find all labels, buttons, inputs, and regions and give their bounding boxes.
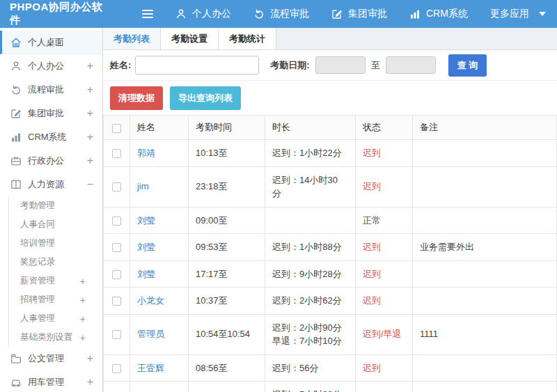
name-filter-input[interactable] — [135, 56, 259, 75]
sidebar-item-hr[interactable]: 人力资源− — [0, 173, 102, 196]
name-cell: 郭靖 — [130, 140, 189, 167]
expand-icon[interactable]: + — [87, 132, 93, 143]
name-filter-label: 姓名: — [110, 59, 131, 72]
sidebar-subitem-contract[interactable]: 人事合同 — [9, 215, 102, 234]
menu-toggle-icon[interactable] — [142, 10, 153, 18]
attendance-time-cell: 23:18至 — [189, 166, 265, 207]
date-to-label: 至 — [371, 59, 380, 72]
table-row: jim23:18至迟到：14小时30 分迟到 — [104, 166, 557, 207]
expand-icon[interactable]: + — [80, 313, 86, 324]
row-checkbox[interactable] — [112, 149, 121, 158]
caret-down-icon — [539, 12, 546, 16]
chart-icon — [10, 132, 22, 143]
row-checkbox[interactable] — [112, 364, 121, 373]
edit-icon — [331, 8, 343, 19]
search-button[interactable]: 查 询 — [448, 54, 487, 77]
expand-icon[interactable]: + — [80, 276, 86, 287]
tab-attendance-setup[interactable]: 考勤设置 — [161, 28, 219, 49]
topnav-item-more-apps[interactable]: 更多应用 — [490, 8, 546, 20]
sidebar-item-doc-management[interactable]: 公文管理+ — [0, 347, 102, 370]
note-cell — [413, 140, 557, 167]
table-row: 管理员10:54至10:54迟到：2小时90分 早退：7小时10分迟到/早退11… — [104, 314, 557, 354]
app-window: PHPOA协同办公软件 个人办公流程审批集团审批CRM系统更多应用 个人桌面个人… — [0, 0, 557, 392]
duration-cell: 迟到：1小时22分 — [265, 140, 356, 167]
top-bar: PHPOA协同办公软件 个人办公流程审批集团审批CRM系统更多应用 — [0, 0, 557, 28]
attendance-time-cell: 17:17至 — [189, 260, 265, 288]
checkbox-cell — [104, 314, 130, 354]
row-checkbox[interactable] — [112, 297, 121, 306]
expand-icon[interactable]: + — [87, 61, 93, 72]
status-cell: 迟到 — [356, 288, 413, 315]
row-checkbox[interactable] — [112, 217, 121, 226]
topnav-item-group-approval[interactable]: 集团审批 — [331, 8, 387, 20]
date-from-input[interactable] — [315, 56, 366, 74]
clean-data-button[interactable]: 清理数据 — [110, 86, 163, 110]
topnav-label: 集团审批 — [348, 8, 387, 20]
expand-icon[interactable]: + — [87, 84, 93, 95]
expand-icon[interactable]: + — [87, 155, 93, 166]
sidebar-item-crm-system[interactable]: CRM系统+ — [0, 125, 102, 149]
row-checkbox[interactable] — [112, 182, 121, 191]
topnav-item-workflow-approval[interactable]: 流程审批 — [253, 8, 309, 20]
employee-name-link[interactable]: 管理员 — [137, 329, 164, 339]
employee-name-link[interactable]: 小龙女 — [137, 295, 164, 306]
expand-icon[interactable]: + — [80, 332, 86, 343]
row-checkbox[interactable] — [112, 243, 121, 252]
table-row: 小龙女10:37至迟到：2小时62分迟到 — [104, 288, 557, 315]
name-cell: 刘莹 — [130, 260, 189, 288]
note-cell: 业务需要外出 — [413, 234, 557, 261]
expand-icon[interactable]: + — [87, 108, 93, 119]
row-checkbox[interactable] — [112, 330, 121, 339]
flow-icon — [10, 84, 22, 95]
row-checkbox[interactable] — [112, 270, 121, 279]
topnav-item-personal-office[interactable]: 个人办公 — [175, 8, 231, 20]
topnav-label: 更多应用 — [490, 8, 529, 20]
sidebar-item-label: 行政办公 — [28, 155, 64, 167]
employee-name-link[interactable]: jim — [137, 181, 149, 191]
sidebar-item-vehicle-management[interactable]: 用车管理+ — [0, 370, 102, 392]
duration-cell: 迟到：2小时62分 — [265, 288, 356, 315]
status-cell: 迟到/早退 — [356, 382, 413, 392]
expand-icon[interactable]: + — [87, 377, 93, 388]
expand-icon[interactable]: + — [80, 295, 86, 306]
sidebar-item-admin-office[interactable]: 行政办公+ — [0, 149, 102, 173]
sidebar-item-label: 人力资源 — [28, 178, 64, 191]
table-row: 刘莹17:17至迟到：9小时28分迟到 — [104, 260, 557, 288]
toolbar: 清理数据 导出查询列表 — [103, 81, 557, 115]
employee-name-link[interactable]: 刘莹 — [137, 242, 155, 252]
sidebar-subitem-label: 考勤管理 — [20, 200, 55, 212]
chart-icon — [409, 8, 421, 19]
table-row: 刘莹09:00至正常 — [104, 207, 557, 234]
status-cell: 正常 — [356, 207, 413, 234]
sidebar-item-workflow-approval[interactable]: 流程审批+ — [0, 78, 102, 102]
sidebar-item-group-approval[interactable]: 集团审批+ — [0, 102, 102, 125]
employee-name-link[interactable]: 郭靖 — [137, 148, 155, 158]
sidebar-subitem-attendance[interactable]: 考勤管理 — [9, 196, 102, 215]
sidebar-item-label: 公文管理 — [28, 352, 64, 365]
employee-name-link[interactable]: 王壹辉 — [137, 363, 164, 373]
note-cell — [413, 288, 557, 315]
user-icon — [10, 61, 22, 72]
name-cell: 黄蓉 — [130, 382, 189, 392]
sidebar-subitem-base-category[interactable]: 基础类别设置+ — [9, 328, 102, 347]
sidebar-subitem-recruit[interactable]: 招聘管理+ — [9, 290, 102, 309]
employee-name-link[interactable]: 刘莹 — [137, 269, 155, 279]
sidebar-item-desktop[interactable]: 个人桌面 — [0, 31, 102, 54]
employee-name-link[interactable]: 刘莹 — [137, 215, 155, 226]
sidebar-subitem-rewards[interactable]: 奖惩记录 — [9, 253, 102, 272]
topnav-item-crm-system[interactable]: CRM系统 — [409, 8, 468, 20]
sidebar-subitem-training[interactable]: 培训管理 — [9, 234, 102, 253]
export-list-button[interactable]: 导出查询列表 — [170, 86, 241, 110]
filter-bar: 姓名: 考勤日期: 至 查 询 — [103, 50, 557, 81]
sidebar-subitem-personnel[interactable]: 人事管理+ — [9, 309, 102, 328]
sidebar-item-personal-office[interactable]: 个人办公+ — [0, 54, 102, 78]
table-row: 黄蓉13:20至13:20迟到：5小时33分 早退：4小时67分迟到/早退 — [104, 382, 557, 392]
date-to-input[interactable] — [386, 56, 436, 74]
column-header: 状态 — [356, 116, 413, 140]
tab-attendance-stats[interactable]: 考勤统计 — [219, 28, 276, 49]
expand-icon[interactable]: + — [87, 353, 93, 364]
select-all-checkbox[interactable] — [112, 124, 121, 133]
tab-attendance-list[interactable]: 考勤列表 — [103, 28, 161, 49]
sidebar-subitem-salary[interactable]: 薪资管理+ — [9, 272, 102, 290]
collapse-icon[interactable]: − — [87, 179, 93, 190]
